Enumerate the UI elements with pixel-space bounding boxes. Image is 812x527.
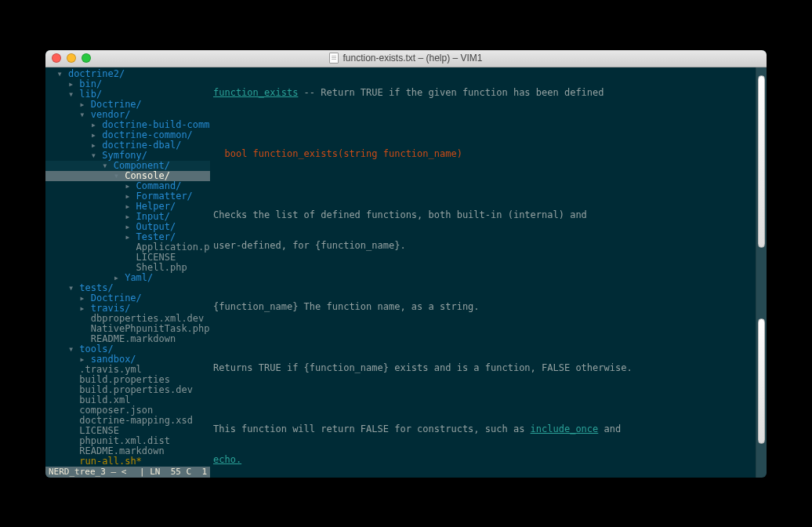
help-sig-fn: function_exists	[253, 148, 338, 159]
nerdtree-sidebar[interactable]: ▾ doctrine2/ ▸ bin/ ▾ lib/ ▸ Doctrine/ ▾…	[45, 67, 210, 478]
main-area: function_exists -- Return TRUE if the gi…	[210, 67, 756, 478]
help-text: This function will return FALSE for cons…	[213, 423, 531, 434]
scrollbar-thumb-top[interactable]	[758, 75, 765, 248]
scrollbar-thumb-bottom[interactable]	[758, 318, 765, 444]
help-link-echo[interactable]: echo.	[213, 454, 241, 465]
help-sig-args: (string function_name)	[338, 148, 462, 159]
app-window: function-exists.txt – (help) – VIM1 ▾ do…	[45, 50, 767, 478]
help-fn-link: function_exists	[213, 87, 298, 98]
scrollbar-track[interactable]	[756, 67, 767, 478]
help-text: {function_name} The function name, as a …	[213, 302, 752, 312]
file-tree[interactable]: ▾ doctrine2/ ▸ bin/ ▾ lib/ ▸ Doctrine/ ▾…	[45, 67, 210, 467]
tree-file[interactable]: run-all.sh*	[45, 456, 210, 467]
titlebar[interactable]: function-exists.txt – (help) – VIM1	[45, 50, 767, 67]
content: ▾ doctrine2/ ▸ bin/ ▾ lib/ ▸ Doctrine/ ▾…	[45, 67, 767, 478]
help-link-include-once[interactable]: include_once	[531, 423, 599, 434]
help-desc: -- Return TRUE if the given function has…	[298, 87, 604, 98]
zoom-icon[interactable]	[82, 53, 91, 63]
traffic-lights	[52, 53, 91, 63]
window-title: function-exists.txt – (help) – VIM1	[45, 53, 767, 64]
close-icon[interactable]	[52, 53, 61, 63]
minimize-icon[interactable]	[67, 53, 76, 63]
window-title-text: function-exists.txt – (help) – VIM1	[343, 53, 482, 64]
document-icon	[329, 53, 339, 64]
statusline-right: | LN 55 C 1	[140, 467, 207, 478]
help-text: Checks the list of defined functions, bo…	[213, 210, 752, 220]
help-text: user-defined, for {function_name}.	[213, 241, 752, 251]
help-text: Returns TRUE if {function_name} exists a…	[213, 363, 752, 373]
help-buffer[interactable]: function_exists -- Return TRUE if the gi…	[210, 67, 756, 478]
statusline-left: NERD_tree_3 – <	[49, 467, 132, 478]
nerdtree-statusline: NERD_tree_3 – < | LN 55 C 1	[45, 467, 210, 478]
help-sig-return: bool	[224, 148, 252, 159]
